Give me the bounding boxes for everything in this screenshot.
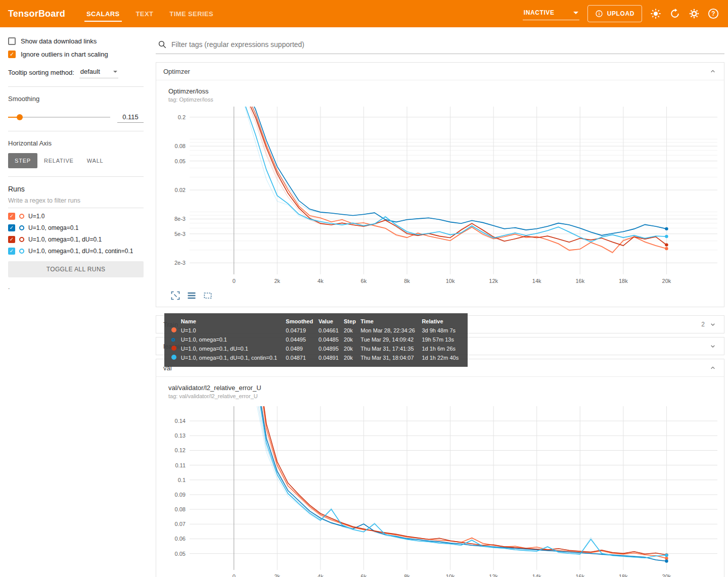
optimzer-loss-chart[interactable]: 0.20.080.050.028e-35e-32e-302k4k6k8k10k1… bbox=[168, 104, 726, 290]
tooltip-header: Smoothed bbox=[284, 317, 316, 326]
brightness-icon[interactable] bbox=[650, 8, 661, 19]
smoothing-slider[interactable] bbox=[8, 117, 110, 118]
tooltip-header: Time bbox=[358, 317, 420, 326]
runs-filter-input[interactable] bbox=[8, 193, 144, 208]
show-download-links-checkbox[interactable]: ✓ bbox=[8, 37, 16, 45]
svg-text:16k: 16k bbox=[575, 278, 584, 284]
svg-text:4k: 4k bbox=[317, 278, 324, 284]
run-checkbox[interactable]: ✓ bbox=[8, 248, 15, 255]
tooltip-sorting-select[interactable]: default bbox=[79, 66, 118, 78]
tooltip-row: U=1.00.047190.0466120kMon Mar 28, 22:34:… bbox=[169, 326, 463, 335]
chevron-up-icon[interactable] bbox=[709, 364, 717, 372]
svg-text:0.14: 0.14 bbox=[175, 418, 186, 424]
header-actions: INACTIVE UPLOAD bbox=[523, 5, 728, 22]
axis-step-button[interactable]: STEP bbox=[8, 153, 37, 168]
tab-time-series[interactable]: TIME SERIES bbox=[161, 0, 221, 27]
tag-filter-row bbox=[156, 27, 724, 54]
tooltip-row: U=1.0, omega=0.10.044950.0448520kTue Mar… bbox=[169, 335, 463, 344]
tooltip-cell: 0.04871 bbox=[284, 353, 316, 362]
val-error-chart[interactable]: 0.140.130.120.110.10.090.080.070.060.050… bbox=[168, 400, 726, 577]
svg-text:6k: 6k bbox=[361, 278, 367, 284]
status-dropdown[interactable]: INACTIVE bbox=[523, 7, 579, 20]
run-checkbox[interactable]: ✓ bbox=[8, 236, 15, 243]
divider bbox=[8, 131, 144, 131]
run-color-circle bbox=[19, 237, 24, 242]
smoothing-label: Smoothing bbox=[8, 95, 144, 103]
tooltip-cell: U=1.0, omega=0.1, dU=0.1, contin=0.1 bbox=[179, 353, 284, 362]
run-row[interactable]: ✓U=1.0, omega=0.1, dU=0.1 bbox=[8, 236, 144, 243]
runs-list: ✓U=1.0✓U=1.0, omega=0.1✓U=1.0, omega=0.1… bbox=[8, 213, 144, 255]
show-download-links-label: Show data download links bbox=[21, 37, 97, 45]
svg-text:4k: 4k bbox=[317, 573, 324, 577]
card-val: val val/validator/l2_relative_error_U ta… bbox=[156, 359, 724, 577]
toggle-all-runs-button[interactable]: TOGGLE ALL RUNS bbox=[8, 261, 144, 277]
sidebar-footer-dot: . bbox=[8, 283, 144, 291]
tooltip-cell: 1d 1h 22m 40s bbox=[420, 353, 463, 362]
divider bbox=[8, 86, 144, 87]
data-table-icon[interactable] bbox=[187, 291, 197, 301]
tooltip-table: NameSmoothedValueStepTimeRelative U=1.00… bbox=[169, 317, 463, 362]
run-checkbox[interactable]: ✓ bbox=[8, 213, 15, 220]
sidebar: ✓ Show data download links ✓ Ignore outl… bbox=[0, 27, 152, 577]
tab-text[interactable]: TEXT bbox=[128, 0, 162, 27]
svg-text:12k: 12k bbox=[489, 573, 498, 577]
run-color-dot bbox=[171, 346, 176, 351]
svg-text:20k: 20k bbox=[662, 573, 671, 577]
chart-actions bbox=[168, 290, 724, 306]
svg-text:18k: 18k bbox=[619, 278, 628, 284]
run-row[interactable]: ✓U=1.0 bbox=[8, 213, 144, 220]
smoothing-slider-thumb[interactable] bbox=[17, 114, 23, 120]
settings-gear-icon[interactable] bbox=[689, 8, 700, 19]
tag-filter-input[interactable] bbox=[171, 40, 723, 49]
card-optimzer: Optimzer Optimzer/loss tag: Optimzer/los… bbox=[156, 62, 724, 307]
tooltip-cell: Thu Mar 31, 18:04:07 bbox=[358, 353, 420, 362]
chevron-down-icon[interactable] bbox=[709, 342, 717, 350]
svg-text:0.13: 0.13 bbox=[175, 432, 186, 439]
axis-wall-button[interactable]: WALL bbox=[80, 153, 110, 168]
axis-relative-button[interactable]: RELATIVE bbox=[37, 153, 80, 168]
svg-text:12k: 12k bbox=[489, 278, 498, 284]
ignore-outliers-row[interactable]: ✓ Ignore outliers in chart scaling bbox=[8, 51, 144, 58]
show-download-links-row[interactable]: ✓ Show data download links bbox=[8, 37, 144, 45]
tooltip-header: Value bbox=[316, 317, 342, 326]
nav-tabs: SCALARS TEXT TIME SERIES bbox=[78, 0, 221, 27]
tooltip-cell: 0.04891 bbox=[316, 353, 342, 362]
svg-text:2k: 2k bbox=[274, 278, 280, 284]
ignore-outliers-checkbox[interactable]: ✓ bbox=[8, 51, 16, 58]
run-checkbox[interactable]: ✓ bbox=[8, 224, 15, 231]
svg-text:18k: 18k bbox=[619, 573, 628, 577]
tooltip-cell: Thu Mar 31, 17:41:35 bbox=[358, 344, 420, 353]
search-icon bbox=[158, 40, 167, 49]
chevron-down-icon[interactable] bbox=[709, 320, 717, 328]
chart-tag: tag: Optimzer/loss bbox=[168, 97, 724, 103]
run-color-circle bbox=[19, 214, 24, 219]
tooltip-sorting-value: default bbox=[80, 68, 100, 75]
svg-text:20k: 20k bbox=[662, 278, 671, 284]
tab-scalars[interactable]: SCALARS bbox=[78, 0, 128, 27]
card-optimzer-header[interactable]: Optimzer bbox=[156, 63, 724, 80]
tooltip-sorting-row: Tooltip sorting method: default bbox=[8, 66, 144, 78]
chart-tooltip: NameSmoothedValueStepTimeRelative U=1.00… bbox=[164, 313, 468, 367]
svg-text:5e-3: 5e-3 bbox=[174, 231, 186, 237]
tooltip-cell: 0.04485 bbox=[316, 335, 342, 344]
svg-text:?: ? bbox=[711, 10, 715, 17]
chevron-down-icon bbox=[113, 71, 117, 73]
chart-title: val/validator/l2_relative_error_U bbox=[168, 384, 724, 392]
divider bbox=[8, 176, 144, 177]
expand-chart-icon[interactable] bbox=[170, 291, 180, 301]
tooltip-cell: 0.0489 bbox=[284, 344, 316, 353]
run-row[interactable]: ✓U=1.0, omega=0.1 bbox=[8, 224, 144, 231]
svg-text:16k: 16k bbox=[575, 573, 584, 577]
chevron-up-icon[interactable] bbox=[709, 67, 717, 75]
upload-button[interactable]: UPLOAD bbox=[587, 5, 642, 22]
tooltip-cell: 20k bbox=[342, 344, 358, 353]
help-icon[interactable]: ? bbox=[708, 8, 719, 19]
run-row[interactable]: ✓U=1.0, omega=0.1, dU=0.1, contin=0.1 bbox=[8, 248, 144, 255]
refresh-icon[interactable] bbox=[669, 8, 680, 19]
optimzer-loss-chart-block: Optimzer/loss tag: Optimzer/loss 0.20.08… bbox=[156, 80, 724, 307]
tooltip-cell: 20k bbox=[342, 326, 358, 335]
run-color-dot bbox=[171, 327, 176, 332]
smoothing-value-input[interactable] bbox=[117, 112, 144, 123]
fit-domain-icon[interactable] bbox=[203, 291, 213, 301]
svg-text:0.07: 0.07 bbox=[175, 521, 186, 527]
